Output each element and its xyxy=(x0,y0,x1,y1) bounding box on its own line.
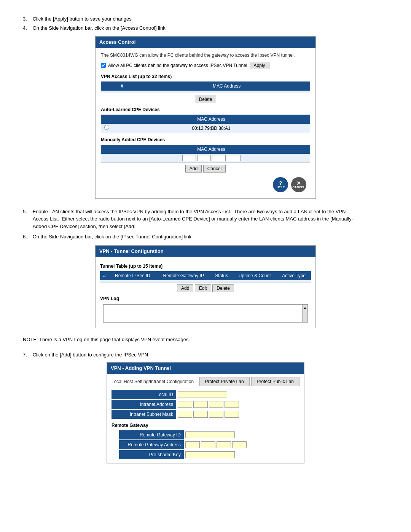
col-remote-ipsec: Remote IPSec ID xyxy=(109,271,156,280)
step7-number: 7. xyxy=(23,351,31,359)
subnet-3[interactable] xyxy=(209,411,223,418)
step3-number: 3. xyxy=(23,15,31,23)
step3-text: Click the [Apply] button to save your ch… xyxy=(33,16,132,22)
local-id-label: Local ID xyxy=(112,390,176,399)
remote-gw-address-label: Remote Gateway Address xyxy=(119,440,184,449)
remote-gw-addr-3[interactable] xyxy=(217,441,231,448)
col-hash: # xyxy=(101,81,143,91)
intranet-address-row: Intranet Address xyxy=(112,400,299,409)
manually-cancel-btn[interactable]: Cancel xyxy=(203,165,226,173)
col-status: Status xyxy=(210,271,233,280)
step4-number: 4. xyxy=(23,24,31,32)
pre-shared-key-row: Pre-shared Key xyxy=(119,450,299,459)
intranet-addr-1[interactable] xyxy=(178,401,192,408)
remote-gateway-fields: Remote Gateway ID Remote Gateway Address… xyxy=(119,430,299,459)
subnet-2[interactable] xyxy=(193,411,208,418)
step5-number: 5. xyxy=(23,208,31,216)
vpn-access-list-label: VPN Access List (up to 32 items) xyxy=(101,73,310,80)
remote-gw-address-row: Remote Gateway Address xyxy=(119,440,299,449)
remote-gw-addr-1[interactable] xyxy=(185,441,200,448)
access-control-panel: Access Control The SMC8014WG can allow t… xyxy=(95,36,316,199)
manually-added-label: Manually Added CPE Devices xyxy=(101,136,310,143)
col-radio2 xyxy=(101,145,112,154)
mac-field-2[interactable] xyxy=(197,155,211,161)
help-icon-btn[interactable]: ? HELP xyxy=(273,177,288,192)
local-id-row: Local ID xyxy=(112,390,299,399)
intranet-address-label: Intranet Address xyxy=(112,400,176,409)
step7-block: 7. Click on the [Add] button to configur… xyxy=(23,351,388,359)
tunnel-table-label: Tunnel Table (up to 15 items) xyxy=(100,263,311,270)
auto-learned-row: 00:12:79:BD:88:A1 xyxy=(101,124,310,133)
cancel-icon-btn[interactable]: ✕ CANCEL xyxy=(291,177,306,192)
tunnel-add-btn[interactable]: Add xyxy=(177,284,193,292)
col-active: Active Type xyxy=(277,271,311,280)
vpn-add-title: VPN - Adding VPN Tunnel xyxy=(107,363,304,374)
col-mac: MAC Address xyxy=(143,81,310,91)
step6-number: 6. xyxy=(23,233,31,241)
vpn-access-delete-btn[interactable]: Delete xyxy=(195,96,217,103)
protect-private-btn[interactable]: Protect Private Lan xyxy=(199,377,250,386)
auto-learned-radio[interactable] xyxy=(104,125,109,130)
manually-add-btn[interactable]: Add xyxy=(185,165,202,173)
remote-gateway-section-label: Remote Gateway xyxy=(112,422,299,429)
mac-field-1[interactable] xyxy=(182,155,196,161)
vpn-log-scrollbar[interactable] xyxy=(302,305,307,322)
tunnel-delete-btn[interactable]: Delete xyxy=(212,284,234,292)
allow-all-checkbox[interactable] xyxy=(101,63,106,68)
col-uptime: Uptime & Count xyxy=(233,271,277,280)
note-text: NOTE: There is a VPN Log on this page th… xyxy=(23,336,388,343)
step4-text: On the Side Navigation bar, click on the… xyxy=(33,25,166,31)
access-control-title: Access Control xyxy=(96,37,315,48)
vpn-tunnel-title: VPN - Tunnel Configuration xyxy=(96,246,315,257)
allow-all-label: Allow all PC clients behind the gateway … xyxy=(108,62,247,69)
access-control-desc: The SMC8014WG can allow the PC clients b… xyxy=(101,52,310,59)
vpn-add-panel: VPN - Adding VPN Tunnel Local Host Setti… xyxy=(107,362,304,463)
col-num: # xyxy=(100,271,109,280)
remote-gw-id-row: Remote Gateway ID xyxy=(119,430,299,439)
remote-gw-id-input[interactable] xyxy=(185,431,235,438)
subnet-1[interactable] xyxy=(178,411,192,418)
step5-text: Enable LAN clients that will access the … xyxy=(33,208,360,230)
manually-added-table: MAC Address xyxy=(101,145,310,163)
remote-gw-addr-2[interactable] xyxy=(201,441,215,448)
protect-public-btn[interactable]: Protect Public Lan xyxy=(251,377,299,386)
step5-block: 5. Enable LAN clients that will access t… xyxy=(23,208,388,230)
auto-learned-mac: 00:12:79:BD:88:A1 xyxy=(112,124,310,133)
manually-added-row xyxy=(101,154,310,163)
vpn-log-label: VPN Log xyxy=(100,295,311,302)
mac-field-3[interactable] xyxy=(212,155,226,161)
intranet-subnet-label: Intranet Subnet Mask xyxy=(112,410,176,419)
vpn-access-list-table: # MAC Address xyxy=(101,81,310,93)
icon-row: ? HELP ✕ CANCEL xyxy=(101,175,310,195)
remote-gw-addr-4[interactable] xyxy=(232,441,247,448)
pre-shared-key-label: Pre-shared Key xyxy=(119,450,184,459)
step6-text: On the Side Navigation bar, click on the… xyxy=(33,234,192,240)
col-remote-gw: Remote Gateway IP xyxy=(156,271,210,280)
subnet-4[interactable] xyxy=(225,411,239,418)
auto-learned-label: Auto-Learned CPE Devices xyxy=(101,106,310,113)
remote-gw-id-label: Remote Gateway ID xyxy=(119,430,184,439)
vpn-tunnel-panel: VPN - Tunnel Configuration Tunnel Table … xyxy=(95,245,316,329)
step7-text: Click on the [Add] button to configure t… xyxy=(33,352,148,358)
col-radio xyxy=(101,115,112,124)
intranet-addr-3[interactable] xyxy=(209,401,223,408)
col-mac3: MAC Address xyxy=(112,145,310,154)
access-control-apply-btn[interactable]: Apply xyxy=(250,62,269,69)
vpn-log-area xyxy=(103,304,308,323)
table-row xyxy=(100,280,311,283)
mac-field-4[interactable] xyxy=(227,155,241,161)
intranet-addr-2[interactable] xyxy=(193,401,208,408)
table-row xyxy=(101,91,310,93)
local-id-input[interactable] xyxy=(178,391,227,398)
intranet-subnet-row: Intranet Subnet Mask xyxy=(112,410,299,419)
step6-block: 6. On the Side Navigation bar, click on … xyxy=(23,233,388,241)
intranet-addr-4[interactable] xyxy=(225,401,239,408)
tunnel-edit-btn[interactable]: Edit xyxy=(195,284,211,292)
vpn-tunnel-table: # Remote IPSec ID Remote Gateway IP Stat… xyxy=(100,271,311,283)
local-host-label: Local Host Setting/Intranet Configuratio… xyxy=(112,378,198,385)
col-mac2: MAC Address xyxy=(112,115,310,124)
pre-shared-key-input[interactable] xyxy=(185,451,235,458)
auto-learned-table: MAC Address 00:12:79:BD:88:A1 xyxy=(101,115,310,133)
